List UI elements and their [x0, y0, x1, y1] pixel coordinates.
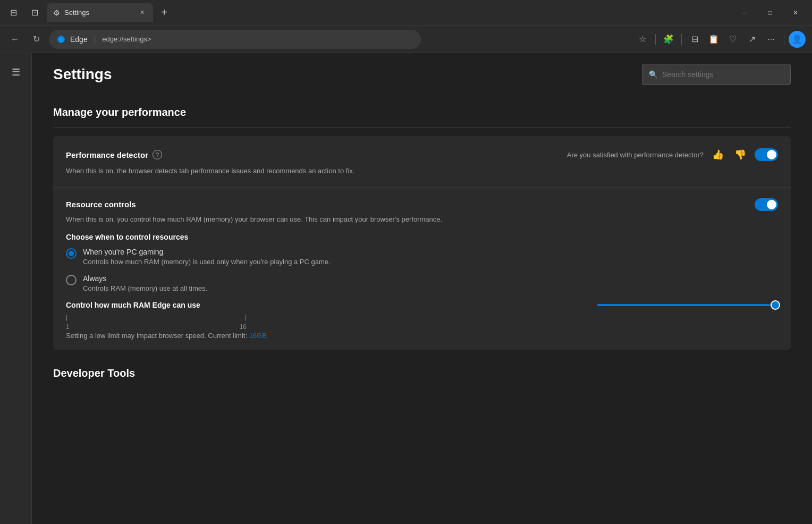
resource-controls-row: Resource controls When this is on, you c…	[53, 188, 791, 351]
favorites-btn[interactable]: ☆	[634, 31, 651, 48]
radio-gaming-desc: Controls how much RAM (memory) is used o…	[83, 258, 331, 266]
sidebar: ☰	[0, 53, 32, 524]
slider-label-right: |	[245, 314, 247, 321]
resource-controls-title: Resource controls	[66, 200, 136, 209]
toolbar-separator-2	[681, 34, 682, 45]
title-bar-left: ⊟ ⊡ ⚙ Settings ✕ +	[4, 3, 172, 22]
current-limit-value: 16GB	[249, 332, 267, 340]
address-brand: Edge	[70, 35, 88, 44]
performance-detector-header: Performance detector ? Are you satisfied…	[66, 147, 778, 163]
performance-card: Performance detector ? Are you satisfied…	[53, 136, 791, 350]
settings-more-btn[interactable]: ···	[763, 31, 780, 48]
share-btn[interactable]: ↗	[743, 31, 760, 48]
tab-close-btn[interactable]: ✕	[137, 8, 147, 18]
feedback-question: Are you satisfied with performance detec…	[567, 151, 704, 159]
tab-settings-icon: ⚙	[53, 9, 60, 17]
toolbar-icons: ☆ 🧩 ⊟ 📋 ♡ ↗ ··· 👤	[634, 31, 806, 48]
manage-performance-title: Manage your performance	[53, 98, 791, 128]
slider-fill	[597, 304, 769, 306]
radio-always-desc: Controls RAM (memory) use at all times.	[83, 284, 207, 292]
performance-detector-desc: When this is on, the browser detects tab…	[66, 166, 778, 176]
settings-tab[interactable]: ⚙ Settings ✕	[47, 3, 153, 22]
restore-btn[interactable]: □	[758, 4, 782, 21]
profile-btn[interactable]: 👤	[789, 31, 806, 48]
choose-resources-title: Choose when to control resources	[66, 233, 778, 241]
content-area: Manage your performance Performance dete…	[32, 98, 812, 388]
main-layout: ☰ Settings 🔍 Manage your performance Per	[0, 53, 812, 524]
ram-slider-desc: Setting a low limit may impact browser s…	[66, 332, 778, 340]
slider-min: 1	[66, 323, 70, 331]
search-settings-wrap[interactable]: 🔍	[642, 64, 791, 85]
slider-wrap[interactable]	[597, 304, 778, 306]
slider-label-left: |	[66, 314, 67, 321]
radio-gaming-row: When you're PC gaming Controls how much …	[66, 248, 778, 266]
resource-controls-desc: When this is on, you control how much RA…	[66, 214, 778, 225]
hamburger-icon: ☰	[12, 66, 20, 78]
feedback-area: Are you satisfied with performance detec…	[567, 147, 778, 163]
settings-content: Settings 🔍 Manage your performance Perfo…	[32, 53, 812, 524]
edge-logo	[56, 35, 66, 44]
radio-always-row: Always Controls RAM (memory) use at all …	[66, 274, 778, 292]
browser-essentials-btn[interactable]: ♡	[724, 31, 741, 48]
toolbar-separator-1	[655, 34, 656, 45]
new-tab-btn[interactable]: +	[156, 5, 172, 21]
resource-controls-header: Resource controls	[66, 198, 778, 211]
radio-always-label: Always	[83, 274, 207, 283]
toolbar-separator-3	[784, 34, 784, 45]
collections-btn[interactable]: 📋	[705, 31, 722, 48]
performance-detector-row: Performance detector ? Are you satisfied…	[53, 136, 791, 188]
resource-controls-toggle-knob	[767, 200, 776, 209]
title-bar: ⊟ ⊡ ⚙ Settings ✕ + ─ □ ✕	[0, 0, 812, 26]
performance-detector-info-icon[interactable]: ?	[153, 150, 162, 159]
settings-header: Settings 🔍	[32, 64, 812, 98]
slider-max: 16	[240, 323, 247, 331]
back-icon: ←	[11, 35, 19, 44]
slider-labels: | |	[66, 314, 247, 321]
developer-tools-title: Developer Tools	[53, 350, 791, 388]
thumbup-icon: 👍	[712, 149, 724, 160]
address-bar: ← ↻ Edge | edge://settings> ☆ 🧩 ⊟ 📋 ♡ ↗ …	[0, 26, 812, 53]
radio-always-label-area: Always Controls RAM (memory) use at all …	[83, 274, 207, 292]
performance-detector-title: Performance detector	[66, 150, 148, 159]
back-btn[interactable]: ←	[6, 31, 23, 48]
minimize-btn[interactable]: ─	[732, 4, 757, 21]
performance-detector-toggle[interactable]	[755, 148, 778, 161]
page-title: Settings	[53, 66, 633, 83]
performance-detector-title-area: Performance detector ?	[66, 150, 162, 159]
search-settings-input[interactable]	[662, 70, 784, 79]
ram-slider-row: Control how much RAM Edge can use	[66, 301, 778, 340]
thumbup-btn[interactable]: 👍	[710, 147, 726, 163]
radio-gaming-label: When you're PC gaming	[83, 248, 331, 256]
window-controls: ─ □ ✕	[732, 4, 808, 21]
address-url: edge://settings>	[102, 35, 151, 43]
slider-track	[597, 304, 778, 306]
reload-icon: ↻	[33, 34, 40, 44]
extensions-btn[interactable]: 🧩	[660, 31, 677, 48]
ram-slider-controls	[597, 304, 778, 306]
radio-gaming[interactable]	[66, 248, 77, 259]
slider-number-labels: 1 16	[66, 323, 247, 331]
radio-always[interactable]	[66, 275, 77, 285]
split-screen-btn[interactable]: ⊟	[686, 31, 703, 48]
search-icon: 🔍	[649, 70, 658, 79]
profile-icon: 👤	[792, 34, 802, 44]
address-input-wrap[interactable]: Edge | edge://settings>	[49, 30, 421, 49]
workspaces-btn[interactable]: ⊡	[26, 4, 44, 22]
resource-controls-toggle[interactable]	[755, 198, 778, 211]
ram-slider-title: Control how much RAM Edge can use	[66, 301, 200, 309]
close-btn[interactable]: ✕	[783, 4, 808, 21]
slider-thumb[interactable]	[771, 300, 780, 310]
thumbdown-btn[interactable]: 👎	[732, 147, 748, 163]
radio-gaming-label-area: When you're PC gaming Controls how much …	[83, 248, 331, 266]
radio-gaming-fill	[69, 251, 74, 256]
settings-tab-label: Settings	[64, 9, 133, 16]
vertical-tabs-btn[interactable]: ⊟	[4, 4, 22, 22]
ram-slider-header: Control how much RAM Edge can use	[66, 301, 778, 309]
reload-btn[interactable]: ↻	[28, 31, 45, 48]
sidebar-menu-btn[interactable]: ☰	[5, 62, 27, 83]
performance-detector-toggle-knob	[767, 150, 776, 159]
thumbdown-icon: 👎	[734, 149, 746, 160]
address-divider: |	[94, 35, 96, 44]
